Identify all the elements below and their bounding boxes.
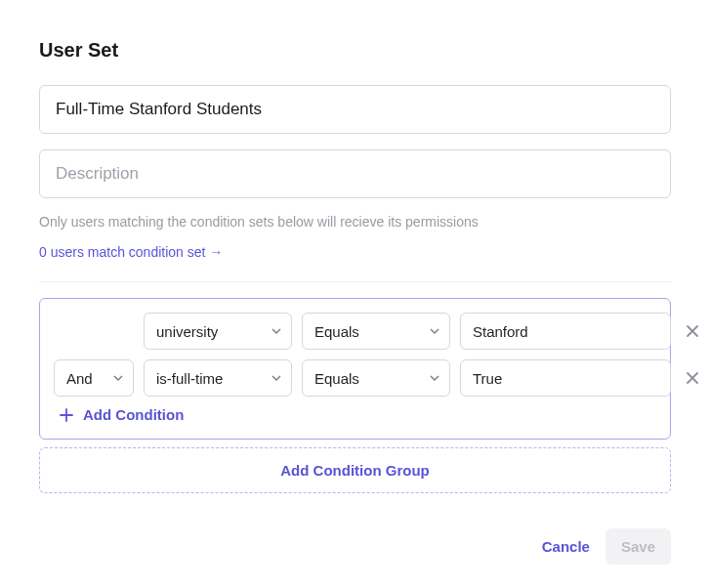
footer: Cancle Save <box>39 528 671 565</box>
condition-row: university Equals <box>54 313 656 350</box>
attribute-value: is-full-time <box>156 370 223 387</box>
attribute-select[interactable]: university <box>144 313 292 350</box>
chevron-down-icon <box>271 373 281 383</box>
close-icon <box>686 371 699 385</box>
logic-select[interactable]: And <box>54 359 134 397</box>
save-button[interactable]: Save <box>606 528 671 565</box>
remove-condition-button[interactable] <box>681 319 704 343</box>
chevron-down-icon <box>430 373 439 383</box>
value-input[interactable] <box>460 359 671 397</box>
description-input[interactable] <box>39 149 671 198</box>
plus-icon <box>60 408 73 422</box>
page-title: User Set <box>39 39 671 62</box>
cancel-button[interactable]: Cancle <box>542 538 590 555</box>
divider <box>39 281 671 282</box>
chevron-down-icon <box>271 326 281 336</box>
operator-select[interactable]: Equals <box>302 313 450 350</box>
chevron-down-icon <box>113 373 123 383</box>
operator-value: Equals <box>314 370 359 387</box>
match-count-link[interactable]: 0 users match condition set → <box>39 244 223 260</box>
value-input[interactable] <box>460 313 671 350</box>
condition-row: And is-full-time Equals <box>54 359 656 397</box>
add-condition-button[interactable]: Add Condition <box>54 406 656 423</box>
add-condition-group-label: Add Condition Group <box>280 462 429 479</box>
remove-condition-button[interactable] <box>681 366 704 390</box>
operator-value: Equals <box>314 323 359 340</box>
name-input[interactable] <box>39 85 671 134</box>
logic-value: And <box>66 370 93 387</box>
attribute-select[interactable]: is-full-time <box>144 359 292 397</box>
attribute-value: university <box>156 323 218 340</box>
add-condition-label: Add Condition <box>83 406 184 423</box>
add-condition-group-button[interactable]: Add Condition Group <box>39 447 671 493</box>
helper-text: Only users matching the condition sets b… <box>39 214 671 230</box>
operator-select[interactable]: Equals <box>302 359 450 397</box>
chevron-down-icon <box>430 326 439 336</box>
close-icon <box>686 324 699 338</box>
condition-group: university Equals And is-full-time Equal… <box>39 298 671 440</box>
